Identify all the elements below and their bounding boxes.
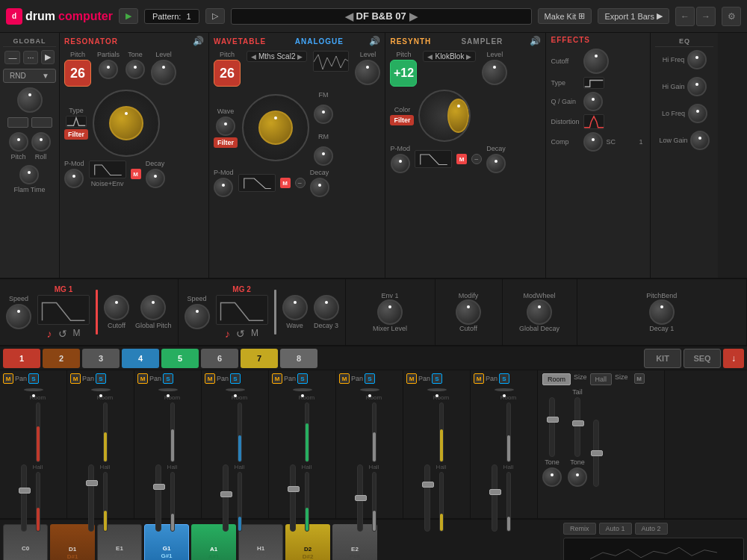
ch1-mute[interactable]: M [3,373,13,384]
ch8-solo[interactable]: S [499,373,509,384]
ch8-hall-fader[interactable] [506,472,511,532]
mg2-m-icon[interactable]: M [251,328,258,340]
ch2-hall-fader[interactable] [103,472,108,532]
mg2-reset-icon[interactable]: ↺ [236,328,245,340]
track-button-3[interactable]: 3 [82,349,120,368]
mg1-note-icon[interactable]: ♪ [47,328,52,340]
wt-main-knob[interactable] [258,111,293,145]
ch8-pan-knob[interactable] [495,388,514,391]
global-play-button[interactable]: ▶ [41,50,55,64]
hall-fader[interactable] [574,397,580,457]
comp-knob[interactable] [583,132,603,152]
resynth-level-knob[interactable] [482,60,507,85]
ch6-room-fader[interactable] [372,402,376,462]
ch7-pan-knob[interactable] [427,388,447,391]
ch8-mute[interactable]: M [474,373,484,384]
piano-key-h1[interactable]: H1 C#2 [238,524,283,561]
down-arrow-button[interactable]: ↓ [723,349,744,368]
ch8-main-fader[interactable] [492,464,498,532]
ch7-hall-fader[interactable] [439,472,444,532]
ch2-mute[interactable]: M [70,373,81,384]
wt-level-knob[interactable] [355,60,380,85]
fm-knob[interactable] [314,105,333,124]
wt-wave-knob[interactable] [216,116,235,136]
track-button-2[interactable]: 2 [43,349,80,368]
ch5-hall-fader[interactable] [305,472,309,532]
ch7-mute[interactable]: M [406,373,417,384]
ch8-room-fader[interactable] [506,402,511,462]
ch2-room-fader[interactable] [103,402,108,462]
mg1-cutoff-knob[interactable] [104,295,129,320]
ch2-pan-knob[interactable] [91,388,111,391]
rm-knob[interactable] [314,146,333,166]
global-prev-button[interactable]: — [4,51,20,64]
remix-button[interactable]: Remix [563,523,596,535]
track-button-8[interactable]: 8 [280,349,317,368]
resonance-knob[interactable] [109,106,143,140]
ch6-solo[interactable]: S [365,373,375,384]
ch1-solo[interactable]: S [28,373,39,384]
settings-button[interactable]: ⚙ [722,7,741,26]
mg2-wave-knob[interactable] [282,295,308,320]
ch5-solo[interactable]: S [297,373,308,384]
resonance-ring[interactable]: Resonance [93,90,160,157]
ch7-solo[interactable]: S [432,373,442,384]
hi-gain-knob[interactable] [687,77,707,96]
forward-button[interactable]: → [696,7,716,26]
roll-knob[interactable] [31,132,51,152]
ch7-room-fader[interactable] [439,402,444,462]
wt-nav[interactable]: ◀ Mths Scal2 ▶ [247,51,307,62]
pitchbend-knob[interactable] [649,299,675,325]
pitch-knob[interactable] [9,132,28,152]
ch5-mute[interactable]: M [272,373,282,384]
resynth-volume-icon[interactable]: 🔊 [530,36,541,46]
ch1-hall-fader[interactable] [36,472,40,532]
track-button-6[interactable]: 6 [201,349,238,368]
ch5-pan-knob[interactable] [293,388,312,391]
mg1-pitch-knob[interactable] [140,295,166,320]
track-button-4[interactable]: 4 [122,349,159,368]
resynth-minus-button[interactable]: − [471,154,482,164]
mg1-speed-knob[interactable] [6,304,31,329]
wt-filter-button[interactable]: Filter [214,137,238,148]
ch2-solo[interactable]: S [96,373,106,384]
track-button-5[interactable]: 5 [161,349,199,368]
flam-knob[interactable] [19,165,39,184]
piano-key-e2[interactable]: E2 F#8 [332,524,377,561]
auto1-button[interactable]: Auto 1 [599,523,632,535]
room-button[interactable]: Room [542,373,571,385]
res-filter-button[interactable]: Filter [64,129,88,140]
mg2-decay3-knob[interactable] [314,295,339,320]
res-pmod-knob[interactable] [64,169,84,188]
track-button-7[interactable]: 7 [241,349,278,368]
wt-volume-icon[interactable]: 🔊 [369,36,380,46]
ch6-main-fader[interactable] [357,464,363,532]
ch4-room-fader[interactable] [238,402,242,462]
modwheel-knob[interactable] [527,299,552,325]
mg2-note-icon[interactable]: ♪ [225,328,230,340]
lo-freq-knob[interactable] [688,104,707,123]
rnd-button[interactable]: RND ▼ [3,69,56,83]
partials-knob[interactable] [99,60,118,79]
ch4-solo[interactable]: S [230,373,241,384]
track-button-1[interactable]: 1 [3,349,40,368]
piano-key-a1[interactable]: A1 A#1 [191,524,236,561]
cutoff-knob[interactable] [583,49,609,74]
resynth-filter-button[interactable]: Filter [390,115,414,125]
ch4-hall-fader[interactable] [238,472,242,532]
auto2-button[interactable]: Auto 2 [635,523,668,535]
ch6-hall-fader[interactable] [372,472,376,532]
resynth-main-knob[interactable] [447,99,470,133]
wt-minus-button[interactable]: − [295,178,306,188]
hi-freq-knob[interactable] [687,50,707,69]
resonator-volume-icon[interactable]: 🔊 [193,36,204,46]
env1-knob[interactable] [377,299,403,325]
ch4-mute[interactable]: M [205,373,215,384]
room-tone-knob[interactable] [542,467,562,487]
export-button[interactable]: Export 1 Bars ▶ [598,8,669,24]
resynth-decay-knob[interactable] [486,154,506,173]
wt-decay-knob[interactable] [310,178,329,197]
modify-knob[interactable] [456,299,481,325]
ch6-mute[interactable]: M [339,373,350,384]
reverb-mute[interactable]: M [634,373,645,384]
